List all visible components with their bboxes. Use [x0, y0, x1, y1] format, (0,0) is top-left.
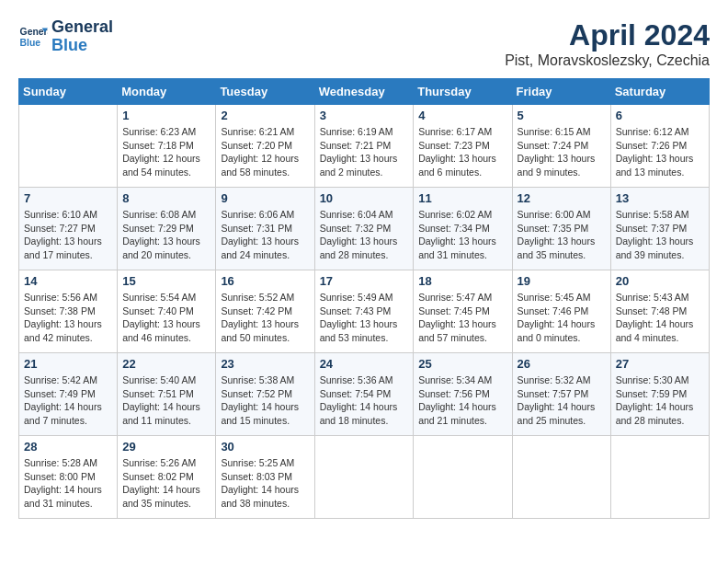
- weekday-header-thursday: Thursday: [414, 79, 512, 105]
- day-info: Sunrise: 6:15 AMSunset: 7:24 PMDaylight:…: [518, 125, 606, 179]
- day-number: 12: [518, 191, 606, 205]
- day-info: Sunrise: 6:17 AMSunset: 7:23 PMDaylight:…: [418, 125, 506, 179]
- day-number: 1: [122, 109, 210, 122]
- calendar-cell: 7Sunrise: 6:10 AMSunset: 7:27 PMDaylight…: [19, 188, 118, 270]
- day-info: Sunrise: 5:52 AMSunset: 7:42 PMDaylight:…: [221, 291, 309, 345]
- calendar-cell: 2Sunrise: 6:21 AMSunset: 7:20 PMDaylight…: [216, 105, 314, 188]
- calendar-cell: 12Sunrise: 6:00 AMSunset: 7:35 PMDayligh…: [512, 188, 610, 270]
- day-number: 26: [518, 357, 606, 371]
- day-info: Sunrise: 6:21 AMSunset: 7:20 PMDaylight:…: [221, 125, 309, 179]
- calendar-cell: 28Sunrise: 5:28 AMSunset: 8:00 PMDayligh…: [19, 436, 118, 519]
- day-info: Sunrise: 6:19 AMSunset: 7:21 PMDaylight:…: [320, 125, 409, 179]
- weekday-header-monday: Monday: [118, 79, 216, 105]
- logo-text-blue: Blue: [51, 37, 113, 55]
- calendar-cell: [512, 436, 610, 519]
- day-number: 11: [418, 191, 506, 205]
- calendar-cell: [314, 436, 414, 519]
- day-number: 18: [418, 274, 506, 288]
- day-number: 23: [221, 357, 309, 371]
- calendar-cell: [19, 105, 118, 188]
- day-info: Sunrise: 5:26 AMSunset: 8:02 PMDaylight:…: [122, 456, 210, 511]
- calendar-week-row: 7Sunrise: 6:10 AMSunset: 7:27 PMDaylight…: [19, 188, 710, 270]
- calendar-cell: 26Sunrise: 5:32 AMSunset: 7:57 PMDayligh…: [512, 353, 610, 436]
- calendar-cell: 30Sunrise: 5:25 AMSunset: 8:03 PMDayligh…: [216, 436, 314, 519]
- day-number: 17: [320, 274, 409, 288]
- calendar-cell: 8Sunrise: 6:08 AMSunset: 7:29 PMDaylight…: [118, 188, 216, 270]
- day-number: 16: [221, 274, 309, 288]
- calendar-cell: 17Sunrise: 5:49 AMSunset: 7:43 PMDayligh…: [314, 270, 414, 353]
- calendar-week-row: 21Sunrise: 5:42 AMSunset: 7:49 PMDayligh…: [19, 353, 710, 436]
- day-info: Sunrise: 5:54 AMSunset: 7:40 PMDaylight:…: [122, 291, 210, 345]
- svg-text:Blue: Blue: [20, 37, 41, 47]
- day-number: 25: [418, 357, 506, 371]
- calendar-cell: 11Sunrise: 6:02 AMSunset: 7:34 PMDayligh…: [414, 188, 512, 270]
- day-info: Sunrise: 6:00 AMSunset: 7:35 PMDaylight:…: [518, 208, 606, 262]
- calendar-cell: 5Sunrise: 6:15 AMSunset: 7:24 PMDaylight…: [512, 105, 610, 188]
- day-number: 5: [518, 109, 606, 122]
- calendar-cell: 22Sunrise: 5:40 AMSunset: 7:51 PMDayligh…: [118, 353, 216, 436]
- day-info: Sunrise: 6:02 AMSunset: 7:34 PMDaylight:…: [418, 208, 506, 262]
- day-number: 4: [418, 109, 506, 122]
- day-info: Sunrise: 5:45 AMSunset: 7:46 PMDaylight:…: [518, 291, 606, 345]
- calendar-week-row: 28Sunrise: 5:28 AMSunset: 8:00 PMDayligh…: [19, 436, 710, 519]
- day-info: Sunrise: 6:23 AMSunset: 7:18 PMDaylight:…: [122, 125, 210, 179]
- day-info: Sunrise: 5:34 AMSunset: 7:56 PMDaylight:…: [418, 373, 506, 428]
- day-info: Sunrise: 6:10 AMSunset: 7:27 PMDaylight:…: [24, 208, 112, 262]
- calendar-cell: 21Sunrise: 5:42 AMSunset: 7:49 PMDayligh…: [19, 353, 118, 436]
- day-info: Sunrise: 5:42 AMSunset: 7:49 PMDaylight:…: [24, 373, 112, 428]
- day-info: Sunrise: 6:06 AMSunset: 7:31 PMDaylight:…: [221, 208, 309, 262]
- day-number: 7: [24, 191, 112, 205]
- calendar-table: SundayMondayTuesdayWednesdayThursdayFrid…: [18, 78, 710, 519]
- day-number: 22: [122, 357, 210, 371]
- weekday-header-wednesday: Wednesday: [314, 79, 414, 105]
- day-info: Sunrise: 5:38 AMSunset: 7:52 PMDaylight:…: [221, 373, 309, 428]
- calendar-cell: 1Sunrise: 6:23 AMSunset: 7:18 PMDaylight…: [118, 105, 216, 188]
- logo: General Blue General Blue: [18, 18, 113, 55]
- calendar-cell: 9Sunrise: 6:06 AMSunset: 7:31 PMDaylight…: [216, 188, 314, 270]
- calendar-cell: 6Sunrise: 6:12 AMSunset: 7:26 PMDaylight…: [610, 105, 709, 188]
- calendar-cell: [414, 436, 512, 519]
- weekday-header-saturday: Saturday: [610, 79, 709, 105]
- day-info: Sunrise: 5:25 AMSunset: 8:03 PMDaylight:…: [221, 456, 309, 511]
- day-number: 3: [320, 109, 409, 122]
- calendar-cell: 15Sunrise: 5:54 AMSunset: 7:40 PMDayligh…: [118, 270, 216, 353]
- day-number: 19: [518, 274, 606, 288]
- month-title: April 2024: [505, 18, 710, 52]
- day-info: Sunrise: 5:58 AMSunset: 7:37 PMDaylight:…: [616, 208, 704, 262]
- day-info: Sunrise: 6:04 AMSunset: 7:32 PMDaylight:…: [320, 208, 409, 262]
- day-number: 14: [24, 274, 112, 288]
- day-info: Sunrise: 5:28 AMSunset: 8:00 PMDaylight:…: [24, 456, 112, 511]
- logo-icon: General Blue: [18, 22, 48, 52]
- day-number: 27: [616, 357, 704, 371]
- day-number: 21: [24, 357, 112, 371]
- calendar-cell: 14Sunrise: 5:56 AMSunset: 7:38 PMDayligh…: [19, 270, 118, 353]
- calendar-week-row: 1Sunrise: 6:23 AMSunset: 7:18 PMDaylight…: [19, 105, 710, 188]
- day-number: 24: [320, 357, 409, 371]
- day-info: Sunrise: 5:40 AMSunset: 7:51 PMDaylight:…: [122, 373, 210, 428]
- calendar-cell: 16Sunrise: 5:52 AMSunset: 7:42 PMDayligh…: [216, 270, 314, 353]
- weekday-header-friday: Friday: [512, 79, 610, 105]
- calendar-cell: 27Sunrise: 5:30 AMSunset: 7:59 PMDayligh…: [610, 353, 709, 436]
- day-info: Sunrise: 5:30 AMSunset: 7:59 PMDaylight:…: [616, 373, 704, 428]
- day-number: 15: [122, 274, 210, 288]
- weekday-header-row: SundayMondayTuesdayWednesdayThursdayFrid…: [19, 79, 710, 105]
- day-number: 13: [616, 191, 704, 205]
- day-number: 2: [221, 109, 309, 122]
- calendar-cell: 4Sunrise: 6:17 AMSunset: 7:23 PMDaylight…: [414, 105, 512, 188]
- day-number: 10: [320, 191, 409, 205]
- calendar-cell: 29Sunrise: 5:26 AMSunset: 8:02 PMDayligh…: [118, 436, 216, 519]
- calendar-cell: 18Sunrise: 5:47 AMSunset: 7:45 PMDayligh…: [414, 270, 512, 353]
- calendar-cell: 10Sunrise: 6:04 AMSunset: 7:32 PMDayligh…: [314, 188, 414, 270]
- calendar-cell: 24Sunrise: 5:36 AMSunset: 7:54 PMDayligh…: [314, 353, 414, 436]
- location-title: Pist, Moravskoslezsky, Czechia: [505, 52, 710, 69]
- calendar-cell: 3Sunrise: 6:19 AMSunset: 7:21 PMDaylight…: [314, 105, 414, 188]
- calendar-cell: [610, 436, 709, 519]
- day-number: 30: [221, 440, 309, 454]
- day-number: 8: [122, 191, 210, 205]
- page-header: General Blue General Blue April 2024 Pis…: [18, 18, 710, 69]
- calendar-cell: 23Sunrise: 5:38 AMSunset: 7:52 PMDayligh…: [216, 353, 314, 436]
- day-number: 9: [221, 191, 309, 205]
- day-number: 20: [616, 274, 704, 288]
- day-number: 6: [616, 109, 704, 122]
- day-number: 28: [24, 440, 112, 454]
